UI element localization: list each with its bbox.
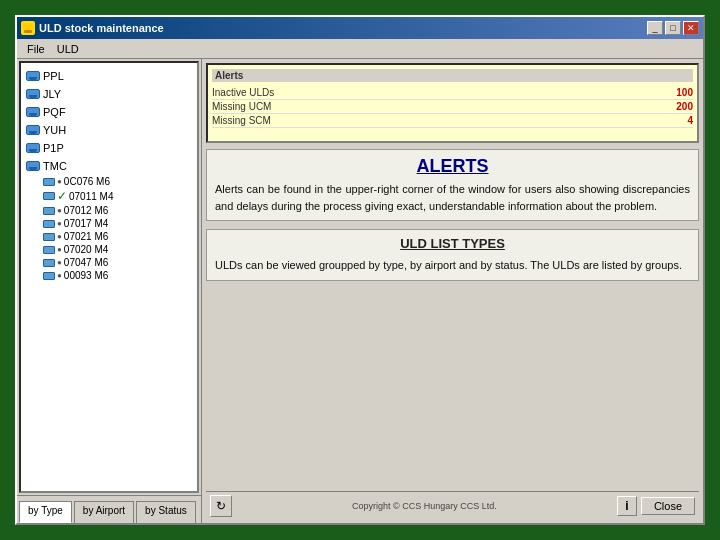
tree-root-ppl[interactable]: PPL <box>23 67 195 85</box>
tree-child-4[interactable]: ● 07021 M6 <box>23 230 195 243</box>
small-uld-icon-5 <box>43 246 55 254</box>
uld-list-block: ULD LIST TYPES ULDs can be viewed groupp… <box>206 229 699 281</box>
dot-icon-0: ● <box>57 177 62 186</box>
alert-value-scm: 4 <box>687 115 693 126</box>
tree-root-tmc[interactable]: TMC <box>23 157 195 175</box>
window-icon <box>21 21 35 35</box>
tree-child-label-1: 07011 M4 <box>69 191 113 202</box>
uld-icon-ppl <box>25 68 41 84</box>
alerts-box: Alerts Inactive ULDs 100 Missing UCM 200… <box>206 63 699 143</box>
uld-icon-tmc <box>25 158 41 174</box>
tab-by-airport[interactable]: by Airport <box>74 501 134 523</box>
dot-icon-3: ● <box>57 219 62 228</box>
tree-root-label-pqf: PQF <box>43 106 66 118</box>
tab-by-status[interactable]: by Status <box>136 501 196 523</box>
tree-root-label-ppl: PPL <box>43 70 64 82</box>
tree-root-jly[interactable]: JLY <box>23 85 195 103</box>
title-bar: ULD stock maintenance _ □ ✕ <box>17 17 703 39</box>
dot-icon-7: ● <box>57 271 62 280</box>
window-close-button[interactable]: ✕ <box>683 21 699 35</box>
small-uld-icon-2 <box>43 207 55 215</box>
tree-child-label-4: 07021 M6 <box>64 231 108 242</box>
main-window: ULD stock maintenance _ □ ✕ File ULD PPL… <box>15 15 705 525</box>
tree-root-label-tmc: TMC <box>43 160 67 172</box>
uld-icon-pqf <box>25 104 41 120</box>
tree-child-label-6: 07047 M6 <box>64 257 108 268</box>
info-button[interactable]: i <box>617 496 637 516</box>
tree-child-label-5: 07020 M4 <box>64 244 108 255</box>
uld-list-text: ULDs can be viewed groupped by type, by … <box>215 257 690 274</box>
alert-label-inactive: Inactive ULDs <box>212 87 274 98</box>
uld-icon-yuh <box>25 122 41 138</box>
close-button[interactable]: Close <box>641 497 695 515</box>
alert-row-scm: Missing SCM 4 <box>212 114 693 128</box>
alert-label-scm: Missing SCM <box>212 115 271 126</box>
svg-rect-1 <box>24 30 32 33</box>
svg-rect-0 <box>23 23 33 30</box>
tree-view[interactable]: PPL JLY PQF YUH P1P <box>19 61 199 493</box>
dot-icon-6: ● <box>57 258 62 267</box>
check-icon-1: ✓ <box>57 189 67 203</box>
tree-child-2[interactable]: ● 07012 M6 <box>23 204 195 217</box>
tree-child-6[interactable]: ● 07047 M6 <box>23 256 195 269</box>
tree-root-label-p1p: P1P <box>43 142 64 154</box>
small-uld-icon-6 <box>43 259 55 267</box>
title-bar-left: ULD stock maintenance <box>21 21 164 35</box>
tree-child-label-2: 07012 M6 <box>64 205 108 216</box>
tree-child-label-3: 07017 M4 <box>64 218 108 229</box>
uld-icon-p1p <box>25 140 41 156</box>
dot-icon-2: ● <box>57 206 62 215</box>
tree-child-3[interactable]: ● 07017 M4 <box>23 217 195 230</box>
dot-icon-4: ● <box>57 232 62 241</box>
refresh-button[interactable]: ↻ <box>210 495 232 517</box>
tree-child-1[interactable]: ✓ 07011 M4 <box>23 188 195 204</box>
copyright-text: Copyright © CCS Hungary CCS Ltd. <box>352 501 497 511</box>
window-title: ULD stock maintenance <box>39 22 164 34</box>
dot-icon-5: ● <box>57 245 62 254</box>
tree-child-label-7: 00093 M6 <box>64 270 108 281</box>
bottom-right-bar: ↻ Copyright © CCS Hungary CCS Ltd. i Clo… <box>206 491 699 519</box>
tree-child-0[interactable]: ● 0C076 M6 <box>23 175 195 188</box>
small-uld-icon-3 <box>43 220 55 228</box>
tree-root-pqf[interactable]: PQF <box>23 103 195 121</box>
tab-by-type[interactable]: by Type <box>19 501 72 523</box>
tree-root-label-jly: JLY <box>43 88 61 100</box>
right-panel: Alerts Inactive ULDs 100 Missing UCM 200… <box>202 59 703 523</box>
uld-list-heading: ULD LIST TYPES <box>215 236 690 251</box>
tree-root-label-yuh: YUH <box>43 124 66 136</box>
alerts-info-text: Alerts can be found in the upper-right c… <box>215 181 690 214</box>
maximize-button[interactable]: □ <box>665 21 681 35</box>
alerts-panel-title: Alerts <box>212 69 693 82</box>
alert-row-inactive: Inactive ULDs 100 <box>212 86 693 100</box>
small-uld-icon-0 <box>43 178 55 186</box>
info-area: ALERTS Alerts can be found in the upper-… <box>206 149 699 485</box>
alert-row-ucm: Missing UCM 200 <box>212 100 693 114</box>
small-uld-icon-7 <box>43 272 55 280</box>
tree-root-p1p[interactable]: P1P <box>23 139 195 157</box>
main-area: PPL JLY PQF YUH P1P <box>17 59 703 523</box>
minimize-button[interactable]: _ <box>647 21 663 35</box>
left-panel: PPL JLY PQF YUH P1P <box>17 59 202 523</box>
title-bar-buttons: _ □ ✕ <box>647 21 699 35</box>
tree-child-5[interactable]: ● 07020 M4 <box>23 243 195 256</box>
small-uld-icon-4 <box>43 233 55 241</box>
alerts-heading: ALERTS <box>215 156 690 177</box>
alert-value-ucm: 200 <box>676 101 693 112</box>
small-uld-icon-1 <box>43 192 55 200</box>
alert-value-inactive: 100 <box>676 87 693 98</box>
menu-file[interactable]: File <box>21 41 51 57</box>
tree-child-7[interactable]: ● 00093 M6 <box>23 269 195 282</box>
tree-root-yuh[interactable]: YUH <box>23 121 195 139</box>
alert-label-ucm: Missing UCM <box>212 101 271 112</box>
uld-icon-jly <box>25 86 41 102</box>
tree-child-label-0: 0C076 M6 <box>64 176 110 187</box>
menu-uld[interactable]: ULD <box>51 41 85 57</box>
bottom-tabs: by Type by Airport by Status <box>17 495 201 523</box>
alerts-info-block: ALERTS Alerts can be found in the upper-… <box>206 149 699 221</box>
menu-bar: File ULD <box>17 39 703 59</box>
